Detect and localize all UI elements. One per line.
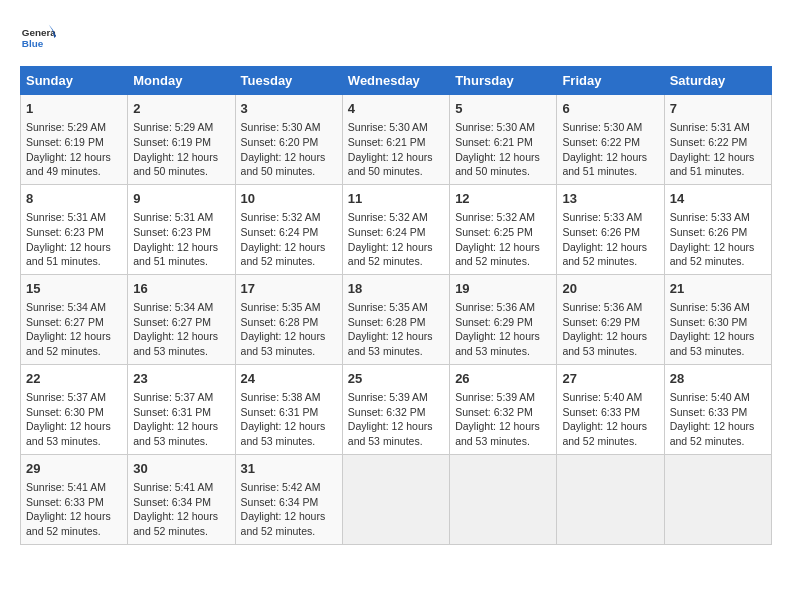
cell-info-line: and 50 minutes. — [133, 164, 229, 179]
cell-info-line: Daylight: 12 hours — [562, 329, 658, 344]
day-number: 30 — [133, 460, 229, 478]
cell-info-line: Daylight: 12 hours — [133, 329, 229, 344]
cell-info-line: Sunset: 6:33 PM — [670, 405, 766, 420]
day-number: 15 — [26, 280, 122, 298]
cell-info-line: and 51 minutes. — [133, 254, 229, 269]
cell-info-line: Sunrise: 5:36 AM — [455, 300, 551, 315]
cell-info-line: Sunset: 6:21 PM — [455, 135, 551, 150]
calendar-cell: 5Sunrise: 5:30 AMSunset: 6:21 PMDaylight… — [450, 95, 557, 185]
cell-info-line: Sunrise: 5:29 AM — [26, 120, 122, 135]
cell-info-line: Sunrise: 5:37 AM — [133, 390, 229, 405]
cell-info-line: Daylight: 12 hours — [562, 240, 658, 255]
calendar-cell: 13Sunrise: 5:33 AMSunset: 6:26 PMDayligh… — [557, 184, 664, 274]
cell-info-line: Daylight: 12 hours — [670, 329, 766, 344]
calendar-cell: 6Sunrise: 5:30 AMSunset: 6:22 PMDaylight… — [557, 95, 664, 185]
cell-info-line: and 52 minutes. — [455, 254, 551, 269]
cell-info-line: Sunrise: 5:32 AM — [455, 210, 551, 225]
cell-info-line: Daylight: 12 hours — [348, 419, 444, 434]
cell-info-line: and 53 minutes. — [241, 344, 337, 359]
day-number: 20 — [562, 280, 658, 298]
cell-info-line: Daylight: 12 hours — [241, 240, 337, 255]
day-number: 27 — [562, 370, 658, 388]
calendar-cell: 16Sunrise: 5:34 AMSunset: 6:27 PMDayligh… — [128, 274, 235, 364]
cell-info-line: Daylight: 12 hours — [562, 419, 658, 434]
cell-info-line: Sunset: 6:32 PM — [348, 405, 444, 420]
cell-info-line: and 53 minutes. — [348, 434, 444, 449]
day-number: 31 — [241, 460, 337, 478]
day-number: 13 — [562, 190, 658, 208]
col-header-saturday: Saturday — [664, 67, 771, 95]
cell-info-line: Sunrise: 5:30 AM — [348, 120, 444, 135]
cell-info-line: and 53 minutes. — [241, 434, 337, 449]
col-header-sunday: Sunday — [21, 67, 128, 95]
cell-info-line: and 50 minutes. — [455, 164, 551, 179]
cell-info-line: Sunset: 6:28 PM — [348, 315, 444, 330]
cell-info-line: Sunset: 6:29 PM — [455, 315, 551, 330]
calendar-cell: 28Sunrise: 5:40 AMSunset: 6:33 PMDayligh… — [664, 364, 771, 454]
calendar-cell: 10Sunrise: 5:32 AMSunset: 6:24 PMDayligh… — [235, 184, 342, 274]
day-number: 7 — [670, 100, 766, 118]
cell-info-line: Sunrise: 5:39 AM — [348, 390, 444, 405]
col-header-thursday: Thursday — [450, 67, 557, 95]
cell-info-line: Sunset: 6:30 PM — [26, 405, 122, 420]
calendar-cell: 23Sunrise: 5:37 AMSunset: 6:31 PMDayligh… — [128, 364, 235, 454]
cell-info-line: Sunset: 6:29 PM — [562, 315, 658, 330]
cell-info-line: Sunset: 6:25 PM — [455, 225, 551, 240]
cell-info-line: Sunrise: 5:37 AM — [26, 390, 122, 405]
cell-info-line: and 52 minutes. — [241, 254, 337, 269]
day-number: 16 — [133, 280, 229, 298]
cell-info-line: Daylight: 12 hours — [26, 240, 122, 255]
calendar-cell: 17Sunrise: 5:35 AMSunset: 6:28 PMDayligh… — [235, 274, 342, 364]
cell-info-line: Daylight: 12 hours — [26, 509, 122, 524]
calendar-table: SundayMondayTuesdayWednesdayThursdayFrid… — [20, 66, 772, 545]
calendar-cell — [557, 454, 664, 544]
calendar-cell: 14Sunrise: 5:33 AMSunset: 6:26 PMDayligh… — [664, 184, 771, 274]
cell-info-line: and 51 minutes. — [670, 164, 766, 179]
cell-info-line: and 52 minutes. — [26, 524, 122, 539]
calendar-cell: 2Sunrise: 5:29 AMSunset: 6:19 PMDaylight… — [128, 95, 235, 185]
cell-info-line: Sunset: 6:23 PM — [133, 225, 229, 240]
cell-info-line: Sunrise: 5:39 AM — [455, 390, 551, 405]
cell-info-line: Sunrise: 5:35 AM — [348, 300, 444, 315]
cell-info-line: Sunset: 6:31 PM — [241, 405, 337, 420]
cell-info-line: and 52 minutes. — [241, 524, 337, 539]
cell-info-line: Sunrise: 5:29 AM — [133, 120, 229, 135]
col-header-tuesday: Tuesday — [235, 67, 342, 95]
cell-info-line: Sunset: 6:19 PM — [133, 135, 229, 150]
calendar-cell: 7Sunrise: 5:31 AMSunset: 6:22 PMDaylight… — [664, 95, 771, 185]
logo: General Blue — [20, 20, 62, 56]
cell-info-line: Daylight: 12 hours — [26, 329, 122, 344]
day-number: 2 — [133, 100, 229, 118]
cell-info-line: and 53 minutes. — [455, 434, 551, 449]
cell-info-line: and 53 minutes. — [348, 344, 444, 359]
calendar-cell: 3Sunrise: 5:30 AMSunset: 6:20 PMDaylight… — [235, 95, 342, 185]
calendar-cell: 31Sunrise: 5:42 AMSunset: 6:34 PMDayligh… — [235, 454, 342, 544]
cell-info-line: and 53 minutes. — [670, 344, 766, 359]
cell-info-line: Sunrise: 5:31 AM — [26, 210, 122, 225]
cell-info-line: and 53 minutes. — [133, 434, 229, 449]
cell-info-line: and 51 minutes. — [562, 164, 658, 179]
cell-info-line: Sunset: 6:34 PM — [241, 495, 337, 510]
cell-info-line: Sunset: 6:26 PM — [670, 225, 766, 240]
calendar-cell: 30Sunrise: 5:41 AMSunset: 6:34 PMDayligh… — [128, 454, 235, 544]
cell-info-line: Daylight: 12 hours — [241, 150, 337, 165]
day-number: 3 — [241, 100, 337, 118]
cell-info-line: Sunset: 6:26 PM — [562, 225, 658, 240]
cell-info-line: and 52 minutes. — [562, 434, 658, 449]
cell-info-line: and 50 minutes. — [241, 164, 337, 179]
cell-info-line: Sunset: 6:23 PM — [26, 225, 122, 240]
cell-info-line: Sunset: 6:30 PM — [670, 315, 766, 330]
day-number: 21 — [670, 280, 766, 298]
day-number: 26 — [455, 370, 551, 388]
cell-info-line: Daylight: 12 hours — [133, 240, 229, 255]
cell-info-line: Sunset: 6:33 PM — [26, 495, 122, 510]
day-number: 11 — [348, 190, 444, 208]
cell-info-line: Daylight: 12 hours — [348, 329, 444, 344]
calendar-cell: 21Sunrise: 5:36 AMSunset: 6:30 PMDayligh… — [664, 274, 771, 364]
cell-info-line: Sunset: 6:27 PM — [133, 315, 229, 330]
day-number: 9 — [133, 190, 229, 208]
cell-info-line: Sunset: 6:22 PM — [562, 135, 658, 150]
day-number: 18 — [348, 280, 444, 298]
day-number: 29 — [26, 460, 122, 478]
day-number: 5 — [455, 100, 551, 118]
